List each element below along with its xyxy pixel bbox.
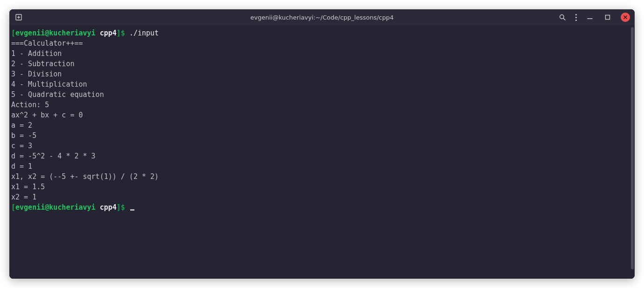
prompt-dir: cpp4 [100,29,117,37]
prompt-bracket-close: ] [117,203,121,212]
prompt-dir: cpp4 [100,203,117,212]
minimize-button[interactable] [585,13,595,22]
prompt-symbol: $ [121,203,125,212]
window-title: evgenii@kucheriavyi:~/Code/cpp_lessons/c… [9,14,635,21]
output-line: a = 2 [11,121,32,130]
svg-rect-6 [606,15,610,20]
close-button[interactable] [621,13,630,22]
prompt-user: evgenii [15,203,45,212]
scrollbar[interactable] [631,27,634,269]
prompt-bracket-open: [ [11,203,15,212]
svg-line-4 [563,18,565,20]
prompt-bracket-close: ] [117,29,121,37]
output-line: 5 - Quadratic equation [11,90,104,99]
command: ./input [129,29,159,37]
prompt-at: @ [45,203,49,212]
output-line: 4 - Multiplication [11,80,87,89]
prompt-host: kucheriavyi [49,29,95,37]
output-line: Action: 5 [11,101,49,109]
output-line: x1 = 1.5 [11,183,45,191]
prompt-space [96,203,100,212]
output-line: c = 3 [11,142,32,150]
maximize-button[interactable] [603,13,612,22]
terminal-window: evgenii@kucheriavyi:~/Code/cpp_lessons/c… [9,9,635,279]
titlebar: evgenii@kucheriavyi:~/Code/cpp_lessons/c… [9,9,635,25]
prompt-user: evgenii [15,29,45,37]
output-line: b = -5 [11,131,36,140]
output-line: d = -5^2 - 4 * 2 * 3 [11,152,96,160]
prompt-symbol: $ [121,29,125,37]
prompt-space [96,29,100,37]
output-line: 2 - Subtraction [11,60,74,68]
new-tab-button[interactable] [14,13,23,22]
output-line: d = 1 [11,162,32,171]
output-line: x1, x2 = (--5 +- sqrt(1)) / (2 * 2) [11,172,159,181]
prompt-bracket-open: [ [11,29,15,37]
prompt-at: @ [45,29,49,37]
output-line: ax^2 + bx + c = 0 [11,111,83,119]
prompt-host: kucheriavyi [49,203,95,212]
search-button[interactable] [558,13,567,22]
output-line: x2 = 1 [11,193,36,201]
menu-button[interactable] [575,14,577,21]
output-line: 1 - Addition [11,49,62,58]
terminal-content: [evgenii@kucheriavyi cpp4]$ ./input ===C… [9,25,635,215]
output-line: ===Calculator++== [11,39,83,48]
output-line: 3 - Division [11,70,62,78]
terminal-area[interactable]: [evgenii@kucheriavyi cpp4]$ ./input ===C… [9,25,635,279]
cursor [130,209,134,211]
